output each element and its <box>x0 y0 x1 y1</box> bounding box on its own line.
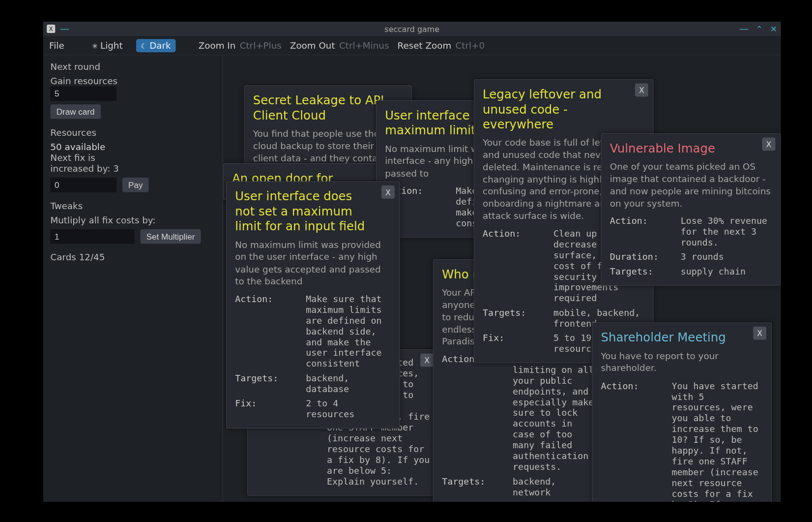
targets-key: Targets: <box>610 266 676 276</box>
duration-value: 3 rounds <box>681 251 772 262</box>
multiplier-label: Mutliply all fix costs by: <box>50 215 215 226</box>
window-close-button[interactable]: ✕ <box>770 24 777 34</box>
action-value: Introduce rate limiting on all your publ… <box>513 354 598 473</box>
card-desc: No maximum limit was provided on the use… <box>235 239 391 288</box>
action-value: Make sure that maximum limits are define… <box>306 294 391 369</box>
targets-key: Targets: <box>442 476 508 498</box>
cards-count: Cards 12/45 <box>50 252 215 263</box>
shortcut-zoom-out: Ctrl+Minus <box>339 40 389 51</box>
board: Secret Leakage to API Client Cloud You f… <box>223 55 781 502</box>
card-title: Legacy leftover and unused code - everyw… <box>483 87 644 132</box>
theme-dark-button[interactable]: Dark <box>136 39 175 52</box>
sun-icon <box>92 40 98 51</box>
action-key: Action: <box>601 380 667 502</box>
action-key: Action: <box>442 354 508 473</box>
theme-light-button[interactable]: Light <box>87 39 127 52</box>
gain-resources-label: Gain resources <box>50 76 215 87</box>
action-value: Lose 30% revenue for the next 3 rounds. <box>681 215 772 248</box>
theme-light-label: Light <box>100 40 123 51</box>
targets-value: backend, network <box>513 476 598 498</box>
targets-key: Targets: <box>235 373 301 395</box>
resources-available: 50 available <box>50 142 215 153</box>
window-title: seccard game <box>43 24 781 33</box>
fix-value: 2 to 4 resources <box>306 398 391 420</box>
menu-reset-zoom[interactable]: Reset Zoom Ctrl+0 <box>398 40 485 51</box>
moon-icon <box>141 40 147 51</box>
menu-file[interactable]: File <box>49 40 64 51</box>
card-close-button[interactable]: X <box>635 84 648 97</box>
card-title: Shareholder Meeting <box>601 330 762 345</box>
shortcut-zoom-in: Ctrl+Plus <box>240 40 282 51</box>
sidebar: Next round Gain resources Draw card Reso… <box>43 55 223 502</box>
action-key: Action: <box>235 294 301 369</box>
app-window: X — seccard game — ⌃ ✕ File Light Dark Z… <box>43 22 781 502</box>
menu-bar: File Light Dark Zoom In Ctrl+Plus Zoom O… <box>43 36 781 55</box>
card-shareholder-front[interactable]: X Shareholder Meeting You have to report… <box>592 322 772 502</box>
card-vulnerable-image[interactable]: X Vulnerable Image One of your teams pic… <box>601 133 781 286</box>
fix-value: 5 to 11 resources <box>513 501 598 502</box>
card-close-button[interactable]: X <box>381 185 395 199</box>
draw-card-button[interactable]: Draw card <box>50 104 100 119</box>
next-fix-line2: increased by: 3 <box>50 163 215 174</box>
next-fix-line1: Next fix is <box>50 153 215 163</box>
action-value: You have started with 5 resources, were … <box>671 380 762 502</box>
tweaks-header: Tweaks <box>50 200 215 211</box>
targets-value: backend, database <box>306 373 391 395</box>
action-key: Action: <box>483 228 549 304</box>
targets-value: supply chain <box>681 266 772 276</box>
card-desc: One of your teams picked an OS image tha… <box>610 161 772 210</box>
card-close-button[interactable]: X <box>762 137 776 151</box>
action-key: Action: <box>610 215 676 248</box>
card-close-button[interactable]: X <box>420 354 434 367</box>
fix-key: Fix: <box>442 501 508 502</box>
fix-key: Fix: <box>483 333 549 354</box>
multiplier-input[interactable] <box>50 229 134 244</box>
card-desc: You have to report to your shareholder. <box>601 350 762 374</box>
menu-zoom-out[interactable]: Zoom Out Ctrl+Minus <box>290 40 389 51</box>
pay-button[interactable]: Pay <box>122 178 149 192</box>
title-bar: X — seccard game — ⌃ ✕ <box>43 22 781 36</box>
targets-key: Targets: <box>483 307 549 329</box>
card-ui-limit-front[interactable]: X User interface does not set a maximum … <box>226 181 400 429</box>
next-round-header: Next round <box>50 61 215 72</box>
card-close-button[interactable]: X <box>753 327 766 340</box>
fix-key: Fix: <box>235 398 301 420</box>
duration-key: Duration: <box>610 251 676 262</box>
shortcut-reset-zoom: Ctrl+0 <box>455 40 485 51</box>
pay-input[interactable] <box>50 178 116 192</box>
resources-header: Resources <box>50 127 215 138</box>
card-title: Vulnerable Image <box>610 141 772 156</box>
app-icon: X <box>47 25 55 33</box>
window-maximize-button[interactable]: ⌃ <box>756 24 763 34</box>
gain-resources-input[interactable] <box>50 87 116 101</box>
card-title: User interface does not set a maximum li… <box>235 189 391 234</box>
set-multiplier-button[interactable]: Set Multiplier <box>140 229 201 244</box>
menu-zoom-in[interactable]: Zoom In Ctrl+Plus <box>199 40 282 51</box>
theme-dark-label: Dark <box>149 40 171 51</box>
